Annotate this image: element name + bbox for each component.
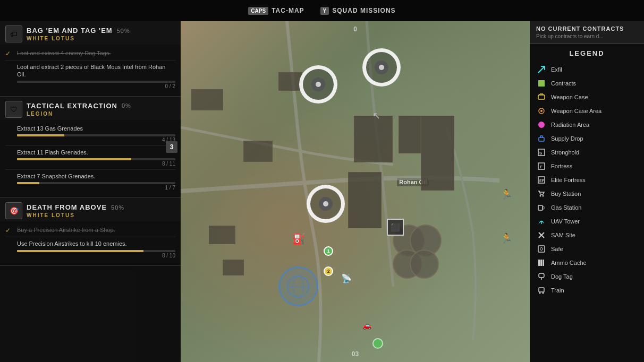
task-progress-fill	[17, 134, 64, 136]
legend-dog-tag-label: Dog Tag	[551, 273, 573, 280]
legend-weapon-case-area-icon	[536, 106, 547, 116]
svg-rect-9	[539, 137, 544, 141]
map-drone-icon	[278, 266, 318, 306]
legend-item-supply-drop: Supply Drop	[536, 132, 638, 145]
map-building-a	[354, 116, 393, 162]
legend-item-dog-tag: Dog Tag	[536, 270, 638, 283]
mission-bag-em-name: BAG 'EM AND TAG 'EM 50%	[27, 27, 175, 35]
map-industrial-complex	[348, 107, 460, 294]
task-progress-label: 8 / 11	[5, 161, 175, 167]
mission-death-titles: DEATH FROM ABOVE 50% WHITE LOTUS	[27, 203, 175, 218]
map-building-s1	[209, 226, 235, 244]
svg-rect-26	[543, 260, 544, 266]
mission-bag-em-header: 🏷 BAG 'EM AND TAG 'EM 50% WHITE LOTUS	[0, 21, 181, 45]
task-progress-label: 1 / 7	[5, 185, 175, 191]
task-item: Extract 11 Flash Grenades. 8 / 11	[5, 146, 175, 170]
mission-tactical-name: TACTICAL EXTRACTION 0%	[27, 102, 175, 110]
legend-section: LEGEND Exfil Contracts Weapon Case	[530, 44, 644, 303]
map-building-s4	[278, 72, 302, 91]
legend-gas-station-label: Gas Station	[551, 204, 581, 211]
mission-tactical-pct: 0%	[122, 102, 131, 109]
legend-ammo-cache-label: Ammo Cache	[551, 260, 587, 266]
task-progress-fill	[17, 250, 143, 252]
map-building-s5	[191, 89, 223, 110]
legend-item-weapon-case-area: Weapon Case Area	[536, 104, 638, 118]
svg-rect-24	[538, 260, 540, 266]
svg-text:EF: EF	[539, 179, 545, 183]
task-text: Extract 7 Snapshot Grenades.	[17, 173, 175, 180]
legend-fortress-icon: F	[536, 161, 547, 171]
task-check-icon: ✓	[5, 227, 13, 234]
map-exfil-icon-2: 🏃	[501, 232, 512, 244]
legend-contracts-label: Contracts	[551, 80, 576, 87]
legend-safe-icon	[536, 244, 547, 254]
task-progress-label: 0 / 2	[5, 83, 175, 89]
missions-panel: 🏷 BAG 'EM AND TAG 'EM 50% WHITE LOTUS ✓ …	[0, 21, 181, 362]
extract-point-3[interactable]	[307, 185, 345, 223]
legend-exfil-icon	[536, 64, 547, 75]
legend-item-weapon-case: Weapon Case	[536, 90, 638, 104]
legend-weapon-case-icon	[536, 92, 547, 102]
legend-radiation-icon	[536, 119, 547, 130]
task-item: Extract 13 Gas Grenades 4 / 13	[5, 122, 175, 146]
legend-supply-drop-icon	[536, 133, 547, 144]
map-building-d	[421, 116, 454, 191]
legend-item-contracts: Contracts	[536, 76, 638, 90]
svg-rect-3	[538, 95, 545, 99]
svg-rect-25	[540, 260, 542, 266]
legend-item-stronghold: S Stronghold	[536, 145, 638, 159]
legend-elite-fortress-icon: EF	[536, 175, 547, 185]
task-check-icon: ✓	[5, 50, 13, 57]
contracts-title: NO CURRENT CONTRACTS	[536, 25, 638, 32]
legend-radiation-label: Radiation Area	[551, 122, 589, 128]
task-text: Extract 11 Flash Grenades.	[17, 149, 175, 156]
map-exfil-icon-1: 🏃	[501, 188, 512, 200]
mission-bag-em-tasks: ✓ Loot and extract 4 enemy Dog Tags. Loo…	[0, 45, 181, 96]
mission-bag-em-faction: WHITE LOTUS	[27, 36, 175, 41]
svg-point-17	[543, 195, 544, 197]
svg-rect-22	[538, 246, 545, 252]
legend-contracts-icon	[536, 78, 547, 89]
legend-ammo-cache-icon	[536, 257, 547, 268]
mission-tactical-header: 🛡 TACTICAL EXTRACTION 0% LEGION 3	[0, 97, 181, 120]
mission-tactical: 🛡 TACTICAL EXTRACTION 0% LEGION 3 Extrac…	[0, 97, 181, 199]
extract-point-1[interactable]	[299, 65, 337, 104]
legend-weapon-case-area-label: Weapon Case Area	[551, 108, 601, 114]
contracts-subtitle: Pick up contracts to earn d...	[536, 33, 638, 39]
mission-bag-em-pct: 50%	[117, 28, 130, 34]
task-progress-fill	[17, 158, 131, 160]
legend-uav-tower-icon	[536, 216, 547, 227]
legend-item-exfil: Exfil	[536, 63, 638, 76]
objective-marker-1: 1	[324, 246, 333, 256]
map-stronghold-icon: ⬛	[387, 219, 404, 236]
mission-bag-em-icon: 🏷	[5, 25, 22, 42]
legend-sam-site-label: SAM Site	[551, 232, 575, 238]
svg-rect-29	[539, 288, 544, 292]
legend-stronghold-icon: S	[536, 147, 547, 158]
legend-buy-station-icon	[536, 188, 547, 199]
legend-train-icon	[536, 285, 547, 296]
squad-missions-nav[interactable]: Y SQUAD MISSIONS	[320, 7, 396, 15]
legend-item-sam-site: SAM Site	[536, 228, 638, 242]
legend-item-ammo-cache: Ammo Cache	[536, 256, 638, 270]
map-area[interactable]: 0 03 Rohan Oil	[181, 21, 530, 362]
svg-point-23	[540, 248, 543, 251]
squad-key: Y	[320, 7, 329, 15]
legend-train-label: Train	[551, 287, 564, 294]
squad-label: SQUAD MISSIONS	[332, 7, 395, 14]
extract-point-2[interactable]	[362, 48, 401, 87]
svg-rect-19	[543, 206, 544, 209]
mission-tactical-tasks: Extract 13 Gas Grenades 4 / 13 Extract 1…	[0, 120, 181, 198]
legend-item-elite-fortress: EF Elite Fortress	[536, 173, 638, 187]
mission-death-pct: 50%	[111, 204, 124, 211]
task-progress-bar	[17, 158, 175, 160]
legend-weapon-case-label: Weapon Case	[551, 94, 588, 100]
mission-death: 🎯 DEATH FROM ABOVE 50% WHITE LOTUS ✓ Buy…	[0, 198, 181, 265]
tac-map-label: TAC-MAP	[272, 7, 304, 14]
tac-map-nav[interactable]: CAPS TAC-MAP	[248, 7, 304, 15]
task-item: Use Precision Airstrikes to kill 10 enem…	[5, 237, 175, 261]
mission-tactical-icon: 🛡	[5, 101, 22, 118]
side-number-badge: 3	[166, 141, 177, 153]
map-building-c	[348, 172, 382, 228]
legend-dog-tag-icon	[536, 271, 547, 282]
